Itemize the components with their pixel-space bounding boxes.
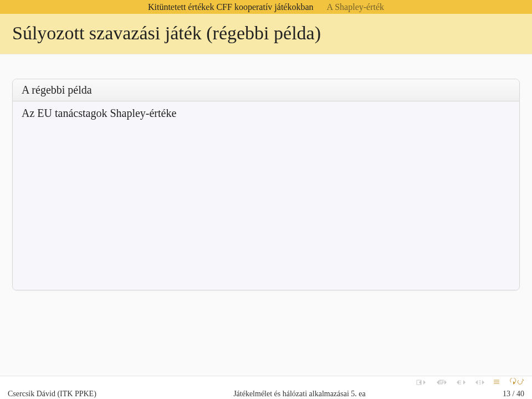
nav-back-group bbox=[456, 380, 466, 385]
nav-back-icon[interactable] bbox=[456, 380, 466, 385]
svg-marker-3 bbox=[437, 380, 439, 385]
footer-controls bbox=[0, 376, 532, 388]
svg-marker-7 bbox=[457, 380, 459, 385]
footer-lecture: Játékelmélet és hálózati alkalmazásai 5.… bbox=[96, 390, 503, 398]
content-area: A régebbi példa Az EU tanácstagok Shaple… bbox=[0, 54, 532, 290]
nav-refresh-icon[interactable] bbox=[509, 378, 524, 387]
svg-rect-4 bbox=[439, 381, 442, 384]
svg-marker-2 bbox=[423, 380, 426, 385]
footer-author: Csercsik Dávid (ITK PPKE) bbox=[8, 390, 96, 398]
block-body: Az EU tanácstagok Shapley-értéke bbox=[13, 101, 519, 290]
example-block: A régebbi példa Az EU tanácstagok Shaple… bbox=[12, 79, 520, 290]
footer-info: Csercsik Dávid (ITK PPKE) Játékelmélet é… bbox=[0, 388, 532, 399]
svg-marker-20 bbox=[513, 381, 515, 385]
svg-marker-11 bbox=[463, 380, 466, 385]
title-bar: Súlyozott szavazási játék (régebbi példa… bbox=[0, 14, 532, 54]
svg-rect-5 bbox=[440, 380, 443, 383]
svg-marker-0 bbox=[419, 380, 421, 385]
footer-page: 13 / 40 bbox=[503, 390, 524, 398]
svg-marker-6 bbox=[444, 380, 447, 385]
block-heading: A régebbi példa bbox=[13, 79, 519, 101]
slide-title: Súlyozott szavazási játék (régebbi példa… bbox=[12, 23, 520, 44]
nav-prev-group bbox=[434, 380, 447, 385]
svg-marker-12 bbox=[475, 380, 478, 385]
nav-first-group bbox=[416, 380, 426, 385]
nav-fwd-icon[interactable] bbox=[474, 380, 484, 385]
nav-subsection[interactable]: A Shapley-érték bbox=[327, 2, 385, 12]
nav-section[interactable]: Kitüntetett értékek CFF kooperatív játék… bbox=[148, 2, 314, 12]
nav-first-icon[interactable] bbox=[416, 380, 426, 385]
nav-prev-icon[interactable] bbox=[434, 380, 447, 385]
section-nav: Kitüntetett értékek CFF kooperatív játék… bbox=[0, 0, 532, 14]
nav-mode-icon[interactable] bbox=[493, 378, 500, 387]
footer: Csercsik Dávid (ITK PPKE) Játékelmélet é… bbox=[0, 376, 532, 399]
nav-fwd-group bbox=[474, 380, 484, 385]
block-line: Az EU tanácstagok Shapley-értéke bbox=[22, 107, 510, 120]
svg-marker-16 bbox=[482, 380, 484, 385]
